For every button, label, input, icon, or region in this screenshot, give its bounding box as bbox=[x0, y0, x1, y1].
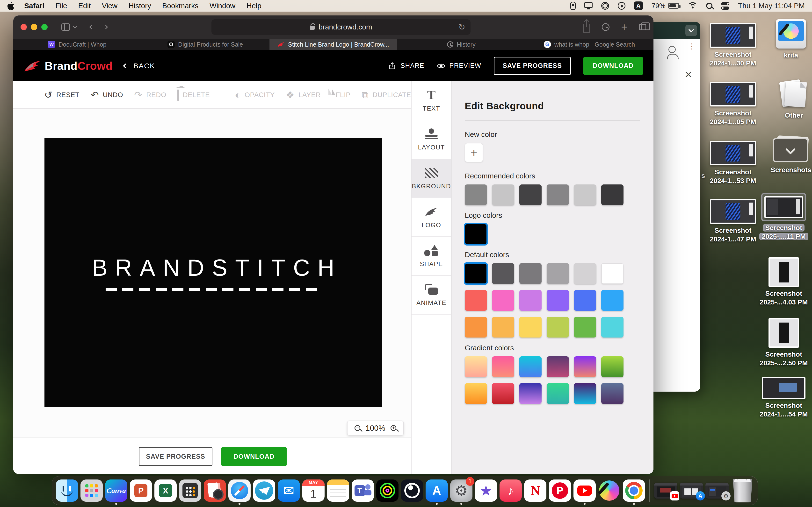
dock-trash-icon[interactable] bbox=[732, 479, 753, 502]
dock-notes-icon[interactable] bbox=[327, 480, 349, 502]
sidebar-item-text[interactable]: TTEXT bbox=[412, 81, 451, 120]
close-icon[interactable]: ✕ bbox=[684, 69, 693, 80]
color-swatch[interactable] bbox=[465, 263, 487, 284]
dock-music-icon[interactable]: ♪ bbox=[500, 480, 522, 502]
zoom-out-icon[interactable]: − bbox=[355, 425, 360, 431]
dock-chrome-icon[interactable] bbox=[623, 480, 645, 502]
zoom-in-icon[interactable]: + bbox=[391, 425, 396, 431]
duplicate-button[interactable]: ⧉DUPLICATE bbox=[361, 91, 411, 99]
color-swatch[interactable] bbox=[601, 317, 623, 338]
logo-text[interactable]: BRANDSTITCH bbox=[45, 255, 382, 281]
color-swatch[interactable] bbox=[601, 290, 623, 311]
wifi-icon[interactable] bbox=[688, 2, 698, 9]
color-swatch[interactable] bbox=[465, 224, 487, 244]
desktop-icon[interactable]: Screenshot2024-1...05 PM bbox=[708, 82, 758, 126]
back-button[interactable] bbox=[89, 25, 94, 29]
color-swatch[interactable] bbox=[601, 263, 623, 284]
opacity-button[interactable]: ◐OPACITY bbox=[235, 91, 275, 99]
color-swatch[interactable] bbox=[519, 290, 542, 311]
dock-settings-icon[interactable]: ⚙1 bbox=[450, 480, 472, 502]
flip-button[interactable]: FLIP bbox=[332, 91, 350, 99]
color-swatch[interactable] bbox=[601, 184, 623, 205]
color-swatch[interactable] bbox=[574, 317, 596, 338]
dock-amie-icon[interactable] bbox=[376, 480, 399, 502]
stitch-dashed-line[interactable] bbox=[106, 288, 321, 291]
battery-indicator[interactable]: 79% bbox=[652, 2, 679, 10]
dock-teams-icon[interactable] bbox=[352, 480, 374, 502]
color-swatch[interactable] bbox=[492, 184, 514, 205]
back-chevron-icon[interactable] bbox=[123, 63, 128, 68]
tab-group-chevron-icon[interactable] bbox=[73, 24, 77, 29]
gradient-swatch[interactable] bbox=[547, 383, 569, 404]
desktop-icon[interactable]: Screenshot2025-...2.50 PM bbox=[758, 318, 809, 368]
color-swatch[interactable] bbox=[492, 290, 514, 311]
dock-youtube-icon[interactable] bbox=[573, 480, 596, 502]
sidebar-item-bkground[interactable]: BKGROUND bbox=[412, 159, 451, 198]
zoom-window-button[interactable] bbox=[41, 24, 48, 30]
tab-1[interactable]: WDocuCraft | Whop bbox=[13, 39, 141, 50]
menu-safari[interactable]: Safari bbox=[24, 2, 44, 10]
save-progress-footer-button[interactable]: SAVE PROGRESS bbox=[139, 447, 212, 466]
gradient-swatch[interactable] bbox=[465, 383, 487, 404]
gradient-swatch[interactable] bbox=[519, 383, 542, 404]
menu-help[interactable]: Help bbox=[247, 2, 261, 10]
dock-excel-icon[interactable]: X bbox=[154, 480, 176, 502]
dock-safari-icon[interactable] bbox=[229, 480, 251, 502]
dock-photo-booth-icon[interactable] bbox=[204, 480, 226, 502]
dock-minimized-youtube[interactable] bbox=[654, 483, 677, 499]
sidebar-item-layout[interactable]: LAYOUT bbox=[412, 120, 451, 159]
redo-button[interactable]: ↷REDO bbox=[134, 91, 166, 99]
menu-history[interactable]: History bbox=[129, 2, 151, 10]
dock-powerpoint-icon[interactable]: P bbox=[130, 480, 152, 502]
sidebar-item-shape[interactable]: SHAPE bbox=[412, 237, 451, 276]
desktop-icon[interactable]: Screenshot2024-1...30 PM bbox=[708, 23, 758, 68]
reset-button[interactable]: ↺RESET bbox=[44, 91, 80, 99]
dock-calculator-icon[interactable] bbox=[179, 480, 201, 502]
gradient-swatch[interactable] bbox=[601, 383, 623, 404]
account-icon[interactable] bbox=[668, 46, 676, 53]
address-bar[interactable]: brandcrowd.com ↻ bbox=[211, 19, 470, 35]
gradient-swatch[interactable] bbox=[465, 356, 487, 377]
tv-remote-icon[interactable] bbox=[570, 2, 576, 10]
minimize-window-button[interactable] bbox=[31, 24, 37, 30]
sidebar-item-animate[interactable]: ANIMATE bbox=[412, 276, 451, 315]
color-swatch[interactable] bbox=[465, 184, 487, 205]
tab-3[interactable]: Stitch Line Brand Logo | BrandCrow... bbox=[269, 39, 398, 50]
menu-edit[interactable]: Edit bbox=[78, 2, 91, 10]
tab-4[interactable]: History bbox=[397, 39, 525, 50]
color-swatch[interactable] bbox=[547, 263, 569, 284]
color-swatch[interactable] bbox=[574, 184, 596, 205]
dock-obs-icon[interactable] bbox=[401, 480, 423, 502]
tab-2[interactable]: Digital Products for Sale bbox=[141, 39, 269, 50]
tab-overview-icon[interactable] bbox=[639, 24, 646, 30]
brandcrowd-wordmark[interactable]: BrandCrowd bbox=[45, 59, 113, 72]
color-swatch[interactable] bbox=[465, 317, 487, 338]
save-progress-button[interactable]: SAVE PROGRESS bbox=[494, 57, 571, 75]
color-swatch[interactable] bbox=[547, 290, 569, 311]
color-swatch[interactable] bbox=[519, 263, 542, 284]
chevron-down-icon[interactable] bbox=[686, 24, 697, 36]
desktop-icon[interactable]: krita bbox=[766, 19, 812, 60]
dock-finder-icon[interactable] bbox=[56, 480, 78, 502]
undo-button[interactable]: ↶UNDO bbox=[91, 91, 123, 99]
desktop-icon[interactable]: Screenshot2024-1...47 PM bbox=[708, 199, 758, 243]
spotlight-icon[interactable] bbox=[706, 3, 712, 9]
color-swatch[interactable] bbox=[519, 184, 542, 205]
menu-bar-clock[interactable]: Thu 1 May 11:04 PM bbox=[738, 2, 805, 10]
color-swatch[interactable] bbox=[547, 317, 569, 338]
forward-button[interactable] bbox=[104, 25, 108, 29]
gradient-swatch[interactable] bbox=[519, 356, 542, 377]
gradient-swatch[interactable] bbox=[574, 383, 596, 404]
dock-telegram-icon[interactable] bbox=[253, 480, 275, 502]
color-swatch[interactable] bbox=[492, 317, 514, 338]
dock-calendar-icon[interactable]: MAY1 bbox=[302, 480, 324, 502]
gradient-swatch[interactable] bbox=[492, 383, 514, 404]
color-swatch[interactable] bbox=[574, 263, 596, 284]
now-playing-icon[interactable] bbox=[618, 2, 625, 10]
back-button-label[interactable]: BACK bbox=[134, 62, 155, 70]
dock-netflix-icon[interactable]: N bbox=[524, 480, 546, 502]
dock-mail-icon[interactable]: ✉ bbox=[278, 480, 300, 502]
share-page-icon[interactable] bbox=[583, 24, 590, 33]
desktop-icon[interactable]: Screenshot2025-...4.03 PM bbox=[758, 258, 809, 306]
layer-button[interactable]: ❖LAYER bbox=[286, 91, 321, 99]
